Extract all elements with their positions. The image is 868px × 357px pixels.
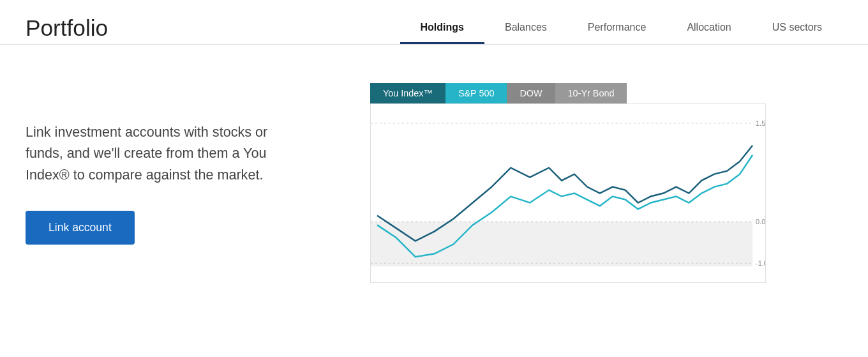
chart-svg-wrapper: 1.5% 0.0% -1.0% (370, 103, 766, 283)
tab-balances[interactable]: Balances (484, 11, 567, 44)
y-label-mid: 0.0% (756, 218, 765, 225)
tab-us-sectors[interactable]: US sectors (752, 11, 842, 44)
y-label-top: 1.5% (756, 119, 765, 127)
y-label-bot: -1.0% (756, 259, 765, 267)
legend-bond[interactable]: 10-Yr Bond (555, 83, 627, 103)
svg-rect-1 (371, 222, 752, 266)
page-title: Portfolio (26, 15, 108, 41)
legend-dow[interactable]: DOW (507, 83, 555, 103)
legend-you-index[interactable]: You Index™ (370, 83, 445, 103)
tab-allocation[interactable]: Allocation (666, 11, 751, 44)
right-panel: You Index™ S&P 500 DOW 10-Yr Bond (370, 83, 842, 283)
nav-tabs: Holdings Balances Performance Allocation… (400, 11, 842, 44)
chart-container: You Index™ S&P 500 DOW 10-Yr Bond (370, 83, 766, 283)
tab-holdings[interactable]: Holdings (400, 11, 484, 44)
link-account-button[interactable]: Link account (26, 211, 135, 245)
left-panel: Link investment accounts with stocks or … (26, 121, 332, 245)
main-content: Link investment accounts with stocks or … (0, 45, 868, 308)
chart-legend: You Index™ S&P 500 DOW 10-Yr Bond (370, 83, 766, 103)
description-text: Link investment accounts with stocks or … (26, 121, 294, 185)
chart-svg: 1.5% 0.0% -1.0% (371, 104, 765, 282)
tab-performance[interactable]: Performance (567, 11, 667, 44)
header: Portfolio Holdings Balances Performance … (0, 0, 868, 45)
legend-sp500[interactable]: S&P 500 (445, 83, 507, 103)
